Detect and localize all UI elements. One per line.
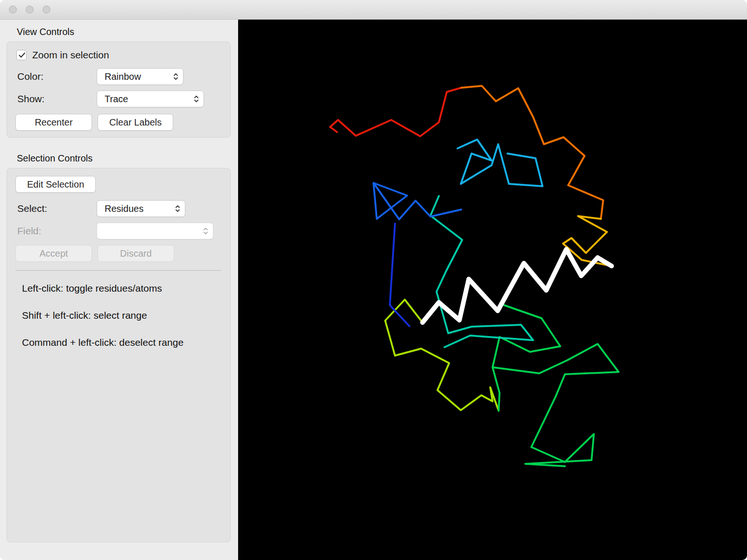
selection-controls-title: Selection Controls bbox=[17, 153, 238, 164]
view-buttons-row: Recenter Clear Labels bbox=[15, 114, 223, 131]
view-controls-group: Zoom in selection Color: Rainbow bbox=[7, 42, 231, 138]
show-dropdown[interactable]: Trace bbox=[97, 91, 204, 107]
color-dropdown[interactable]: Rainbow bbox=[97, 68, 183, 85]
field-row: Field: bbox=[14, 223, 223, 239]
show-label: Show: bbox=[17, 93, 97, 105]
accept-button[interactable]: Accept bbox=[15, 245, 92, 262]
color-value: Rainbow bbox=[105, 71, 141, 82]
zoom-in-selection-checkbox-row[interactable]: Zoom in selection bbox=[16, 49, 223, 61]
molecule-canvas[interactable] bbox=[238, 20, 747, 560]
show-value: Trace bbox=[105, 94, 128, 105]
select-dropdown[interactable]: Residues bbox=[97, 200, 185, 217]
recenter-button[interactable]: Recenter bbox=[15, 114, 92, 131]
help-line-left-click: Left-click: toggle residues/atoms bbox=[22, 283, 223, 294]
close-button[interactable] bbox=[9, 6, 17, 14]
titlebar bbox=[0, 0, 747, 20]
app-window: View Controls Zoom in selection Color: R… bbox=[0, 0, 747, 560]
clear-labels-button[interactable]: Clear Labels bbox=[98, 114, 173, 131]
window-content: View Controls Zoom in selection Color: R… bbox=[0, 20, 747, 560]
zoom-button[interactable] bbox=[42, 6, 50, 14]
chevron-up-down-icon bbox=[173, 71, 179, 82]
checkmark-icon bbox=[19, 51, 25, 57]
sidebar: View Controls Zoom in selection Color: R… bbox=[0, 20, 238, 560]
window-controls bbox=[9, 6, 50, 14]
field-dropdown[interactable] bbox=[97, 223, 213, 239]
select-row: Select: Residues bbox=[14, 200, 223, 217]
color-label: Color: bbox=[17, 71, 97, 82]
minimize-button[interactable] bbox=[26, 6, 34, 14]
field-label: Field: bbox=[17, 225, 97, 237]
divider bbox=[15, 270, 222, 271]
select-value: Residues bbox=[105, 203, 143, 214]
help-line-shift-click: Shift + left-click: select range bbox=[22, 310, 223, 321]
chevron-up-down-icon bbox=[175, 203, 181, 214]
selection-buttons-row: Accept Discard bbox=[15, 245, 223, 262]
view-controls-title: View Controls bbox=[17, 27, 238, 37]
show-row: Show: Trace bbox=[14, 91, 223, 107]
chevron-up-down-icon bbox=[193, 94, 199, 104]
edit-selection-button[interactable]: Edit Selection bbox=[15, 176, 96, 193]
select-label: Select: bbox=[17, 203, 97, 214]
chevron-up-down-icon bbox=[203, 226, 209, 236]
discard-button[interactable]: Discard bbox=[98, 245, 174, 262]
zoom-in-selection-label: Zoom in selection bbox=[32, 49, 109, 61]
zoom-in-selection-checkbox[interactable] bbox=[16, 50, 27, 60]
help-line-command-click: Command + left-click: deselect range bbox=[22, 337, 223, 348]
color-row: Color: Rainbow bbox=[14, 68, 223, 85]
molecule-viewport[interactable] bbox=[238, 20, 747, 560]
selection-controls-group: Edit Selection Select: Residues bbox=[7, 168, 231, 542]
